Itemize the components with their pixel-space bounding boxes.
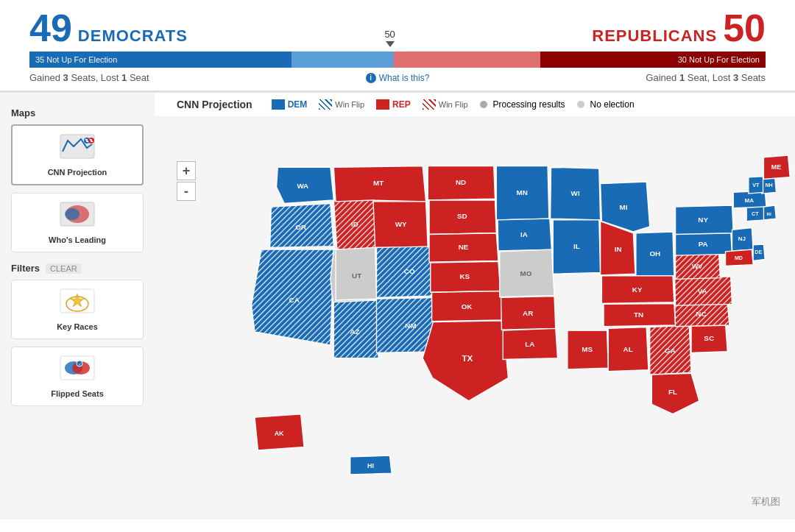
whos-leading-icon <box>19 201 135 233</box>
legend-rep-solid: REP <box>376 99 411 110</box>
svg-text:CO: CO <box>404 267 415 275</box>
zoom-in-button[interactable]: + <box>177 161 196 180</box>
legend-processing: Processing results <box>480 99 565 110</box>
zoom-out-button[interactable]: - <box>177 182 196 201</box>
map-controls: + - <box>177 161 196 201</box>
svg-text:ID: ID <box>351 220 358 228</box>
svg-text:GA: GA <box>665 347 676 355</box>
svg-text:MI: MI <box>619 203 627 211</box>
flipped-seats-card[interactable]: ✓ Flipped Seats <box>11 347 144 406</box>
svg-text:NC: NC <box>696 310 706 318</box>
svg-text:NH: NH <box>765 182 772 188</box>
rep-hatch-box <box>423 99 436 110</box>
what-is-this-label: What is this? <box>379 73 430 83</box>
legend-rep-hatch: Win Flip <box>423 99 468 110</box>
filters-title: Filters CLEAR <box>11 263 144 274</box>
svg-text:WI: WI <box>571 189 580 197</box>
map-and-legend: CNN Projection DEM Win Flip REP Win Flip… <box>155 93 795 519</box>
bar-rep: 30 Not Up For Election <box>540 52 766 68</box>
svg-text:✓: ✓ <box>78 362 82 366</box>
svg-text:IN: IN <box>615 245 622 253</box>
gains-row: Gained 3 Seats, Lost 1 Seat i What is th… <box>29 72 766 83</box>
svg-text:FL: FL <box>668 388 677 396</box>
dem-flip-label: Win Flip <box>335 100 364 109</box>
whos-leading-card[interactable]: Who's Leading <box>11 193 144 252</box>
svg-text:UT: UT <box>352 272 361 280</box>
svg-text:NE: NE <box>459 243 469 251</box>
svg-text:WA: WA <box>297 182 308 190</box>
svg-text:OK: OK <box>462 302 473 311</box>
svg-text:VT: VT <box>752 182 760 188</box>
dem-number: 49 <box>29 9 72 47</box>
clear-button[interactable]: CLEAR <box>46 263 82 274</box>
bar-rep-light <box>394 52 540 68</box>
svg-text:MT: MT <box>373 179 384 187</box>
svg-text:AL: AL <box>623 345 633 353</box>
cnn-projection-label: CNN Projection <box>20 168 135 177</box>
rep-flip-label: Win Flip <box>439 100 468 109</box>
svg-text:SD: SD <box>457 212 467 220</box>
rep-gains: Gained 1 Seat, Lost 3 Seats <box>646 72 766 83</box>
svg-text:KY: KY <box>632 285 643 294</box>
cnn-projection-card[interactable]: CNN Projection <box>11 124 144 185</box>
svg-text:LA: LA <box>525 340 534 348</box>
progress-bar: 35 Not Up For Election 30 Not Up For Ele… <box>29 52 766 68</box>
svg-text:NJ: NJ <box>738 235 746 242</box>
rep-legend-label: REP <box>392 99 411 110</box>
seats-row: 49 DEMOCRATS 50 REPUBLICANS 50 <box>29 9 766 47</box>
svg-text:MN: MN <box>517 188 528 196</box>
no-election-dot <box>577 101 584 108</box>
bar-dem-light <box>292 52 394 68</box>
us-map-svg: WA OR CA NV ID MT <box>199 128 791 516</box>
svg-text:MO: MO <box>520 269 532 277</box>
svg-text:NM: NM <box>405 322 416 330</box>
svg-text:ME: ME <box>771 163 781 171</box>
header-section: 49 DEMOCRATS 50 REPUBLICANS 50 35 Not Up… <box>0 0 795 93</box>
watermark: 军机图 <box>752 495 780 508</box>
key-races-card[interactable]: ★ ★ Key Races <box>11 280 144 339</box>
map-area: + - <box>155 117 795 519</box>
svg-text:AK: AK <box>275 430 284 437</box>
svg-text:KS: KS <box>460 272 470 280</box>
svg-text:NY: NY <box>698 216 708 224</box>
majority-marker: 50 <box>384 29 395 47</box>
legend-dem-hatch: Win Flip <box>319 99 364 110</box>
svg-text:HI: HI <box>367 462 374 469</box>
flipped-seats-label: Flipped Seats <box>19 389 135 398</box>
svg-text:WY: WY <box>395 220 407 228</box>
svg-text:OR: OR <box>295 223 306 231</box>
svg-text:CT: CT <box>752 211 759 217</box>
svg-text:ND: ND <box>456 178 466 186</box>
processing-label: Processing results <box>493 99 565 110</box>
svg-text:OH: OH <box>649 249 660 258</box>
svg-text:WV: WV <box>692 263 702 270</box>
svg-text:VA: VA <box>698 287 707 295</box>
legend-no-election: No election <box>577 99 635 110</box>
svg-text:IL: IL <box>573 242 580 250</box>
filters-label: Filters <box>11 263 40 274</box>
legend-dem-solid: DEM <box>272 99 308 110</box>
svg-text:AR: AR <box>523 309 533 317</box>
key-races-label: Key Races <box>19 322 135 331</box>
svg-text:IA: IA <box>520 230 528 238</box>
no-election-label: No election <box>590 99 635 110</box>
key-races-icon: ★ ★ <box>19 288 135 319</box>
svg-text:PA: PA <box>699 240 708 248</box>
info-icon: i <box>366 73 376 83</box>
maps-title: Maps <box>11 107 144 118</box>
what-is-this[interactable]: i What is this? <box>366 73 430 83</box>
svg-text:SC: SC <box>704 334 714 342</box>
arrow-down-icon <box>386 41 395 47</box>
svg-text:MA: MA <box>744 197 754 204</box>
legend-row: CNN Projection DEM Win Flip REP Win Flip… <box>155 93 795 117</box>
dem-gains: Gained 3 Seats, Lost 1 Seat <box>29 72 149 83</box>
svg-text:CA: CA <box>289 296 300 304</box>
svg-text:RI: RI <box>766 211 771 216</box>
svg-text:TN: TN <box>634 311 643 319</box>
svg-text:DE: DE <box>755 249 762 255</box>
rep-count: REPUBLICANS 50 <box>592 9 766 47</box>
bar-rep-label: 30 Not Up For Election <box>678 55 760 64</box>
processing-dot <box>480 101 487 108</box>
rep-number: 50 <box>723 9 766 47</box>
svg-text:★: ★ <box>70 291 85 310</box>
